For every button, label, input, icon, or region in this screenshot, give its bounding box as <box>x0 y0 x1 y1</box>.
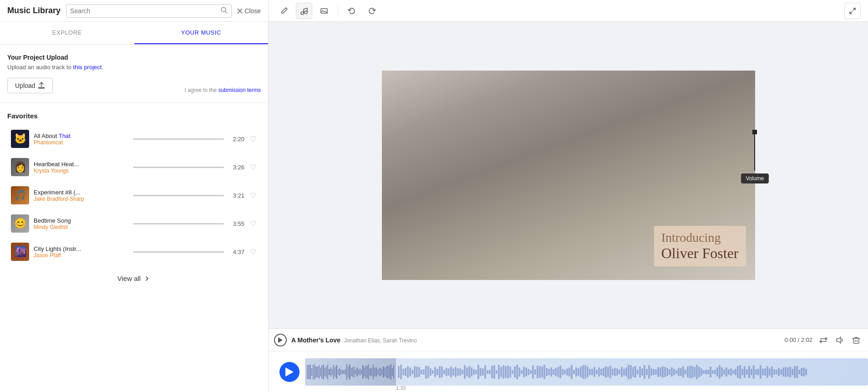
volume-control[interactable]: Volume <box>741 130 768 183</box>
favorite-button[interactable]: ♡ <box>249 247 257 257</box>
submission-terms-link[interactable]: submission terms <box>218 87 261 93</box>
track-thumbnail: 🎵 <box>11 186 29 204</box>
track-waveform <box>133 223 224 224</box>
track-duration: 3:55 <box>228 220 244 227</box>
track-name: Experiment #8 (... <box>34 189 128 196</box>
volume-line <box>754 134 755 171</box>
favorites-section: Favorites 🐱 All About That Phantomcat 2:… <box>7 112 261 290</box>
waveform-upcoming <box>396 358 868 386</box>
top-bar: Music Library Close <box>0 0 268 22</box>
track-duration: 4:37 <box>228 249 244 255</box>
timeline-area: A Mother's Love Jonathan Elias, Sarah Tr… <box>269 328 868 392</box>
track-item[interactable]: 🎵 Experiment #8 (... Jake Bradford-Sharp… <box>7 182 261 209</box>
upload-label: Upload <box>15 82 35 89</box>
track-duration: 3:21 <box>228 192 244 199</box>
view-all-label: View all <box>117 275 141 282</box>
terms-text: I agree to the submission terms <box>185 87 261 93</box>
undo-button[interactable] <box>344 3 360 19</box>
upload-button[interactable]: Upload <box>7 78 53 93</box>
track-artist: Phantomcat <box>34 139 128 146</box>
video-frame: Introducing Oliver Foster <box>382 71 755 280</box>
app-title: Music Library <box>7 6 61 15</box>
track-name: City Lights (Instr... <box>34 245 128 252</box>
track-thumbnail: 👩 <box>11 158 29 176</box>
svg-point-5 <box>305 11 307 14</box>
upload-area: Upload I agree to the submission terms <box>7 78 261 93</box>
svg-marker-8 <box>837 337 841 343</box>
search-box[interactable] <box>66 4 232 18</box>
image-tool-button[interactable] <box>316 3 332 19</box>
redo-button[interactable] <box>364 3 380 19</box>
track-name: Heartbeat Heat... <box>34 161 128 168</box>
favorite-button[interactable]: ♡ <box>249 190 257 201</box>
track-thumbnail: 🐱 <box>11 130 29 148</box>
expand-button[interactable] <box>844 3 861 19</box>
track-info: City Lights (Instr... Jason Pfaff <box>34 245 128 259</box>
timeline-play-button[interactable] <box>274 334 287 346</box>
waveform-bars-played <box>305 358 396 386</box>
music-tool-button[interactable] <box>296 3 312 19</box>
svg-line-1 <box>225 11 227 13</box>
edit-tool-button[interactable] <box>276 3 292 19</box>
track-waveform <box>133 138 224 140</box>
track-duration: 3:26 <box>228 164 244 171</box>
canvas-area: Introducing Oliver Foster Volume <box>269 22 868 328</box>
project-link[interactable]: this project <box>73 64 102 71</box>
track-info: Experiment #8 (... Jake Bradford-Sharp <box>34 189 128 202</box>
editor-toolbar <box>269 0 868 22</box>
search-input[interactable] <box>70 7 218 15</box>
favorite-button[interactable]: ♡ <box>249 219 257 229</box>
favorite-button[interactable]: ♡ <box>249 162 257 173</box>
close-button[interactable]: Close <box>237 7 261 15</box>
track-info: All About That Phantomcat <box>34 132 128 146</box>
upload-subtitle: Upload an audio track to this project. <box>7 64 261 71</box>
overlay-text-box: Introducing Oliver Foster <box>654 226 746 266</box>
track-item[interactable]: 🌆 City Lights (Instr... Jason Pfaff 4:37… <box>7 238 261 265</box>
track-waveform <box>133 167 224 168</box>
svg-marker-7 <box>278 337 283 343</box>
waveform-bars-upcoming <box>396 358 868 386</box>
track-waveform <box>133 251 224 253</box>
upload-section: Your Project Upload Upload an audio trac… <box>7 54 261 93</box>
track-name: All About That <box>34 132 128 139</box>
track-artist: Mindy Gledhill <box>34 224 128 230</box>
timestamp-label: 1:33 <box>396 385 406 391</box>
timeline-delete-button[interactable] <box>850 334 863 346</box>
track-list: 🐱 All About That Phantomcat 2:20 ♡ 👩 <box>7 125 261 265</box>
toolbar-separator <box>338 5 338 16</box>
timeline-waveform-row: 1:33 <box>269 351 868 392</box>
waveform-container[interactable]: 1:33 <box>305 351 868 392</box>
large-play-button[interactable] <box>279 362 299 382</box>
track-info: Bedtime Song Mindy Gledhill <box>34 217 128 230</box>
tabs-container: EXPLORE YOUR MUSIC <box>0 22 268 45</box>
svg-rect-9 <box>853 338 859 343</box>
track-item[interactable]: 🐱 All About That Phantomcat 2:20 ♡ <box>7 125 261 153</box>
tab-your-music[interactable]: YOUR MUSIC <box>134 22 269 44</box>
panel-content: Your Project Upload Upload an audio trac… <box>0 45 268 392</box>
timeline-volume-button[interactable] <box>833 334 846 346</box>
track-artist: Jake Bradford-Sharp <box>34 196 128 202</box>
overlay-text-name: Oliver Foster <box>661 245 739 262</box>
video-thumbnail: Introducing Oliver Foster <box>382 71 755 280</box>
view-all-button[interactable]: View all <box>117 275 151 282</box>
volume-dot <box>752 130 757 134</box>
close-label: Close <box>244 7 261 15</box>
timeline-repeat-button[interactable] <box>817 334 830 346</box>
upload-title: Your Project Upload <box>7 54 261 61</box>
track-item[interactable]: 👩 Heartbeat Heat... Krysta Youngs 3:26 ♡ <box>7 153 261 181</box>
favorites-title: Favorites <box>7 112 261 120</box>
svg-marker-12 <box>285 367 294 377</box>
favorite-button[interactable]: ♡ <box>249 134 257 144</box>
right-panel: Introducing Oliver Foster Volume <box>269 0 868 392</box>
view-all-row: View all <box>7 265 261 290</box>
timeline-track-artists: Jonathan Elias, Sarah Trevino <box>342 337 416 344</box>
overlay-text-introducing: Introducing <box>661 230 739 245</box>
timeline-track-name: A Mother's Love <box>291 336 340 344</box>
left-panel: Music Library Close EXPLORE YOUR MUSIC <box>0 0 269 392</box>
search-icon <box>220 6 228 15</box>
track-item[interactable]: 😊 Bedtime Song Mindy Gledhill 3:55 ♡ <box>7 210 261 237</box>
track-waveform <box>133 195 224 196</box>
svg-point-4 <box>301 12 304 15</box>
track-duration: 2:20 <box>228 136 244 143</box>
tab-explore[interactable]: EXPLORE <box>0 22 134 44</box>
